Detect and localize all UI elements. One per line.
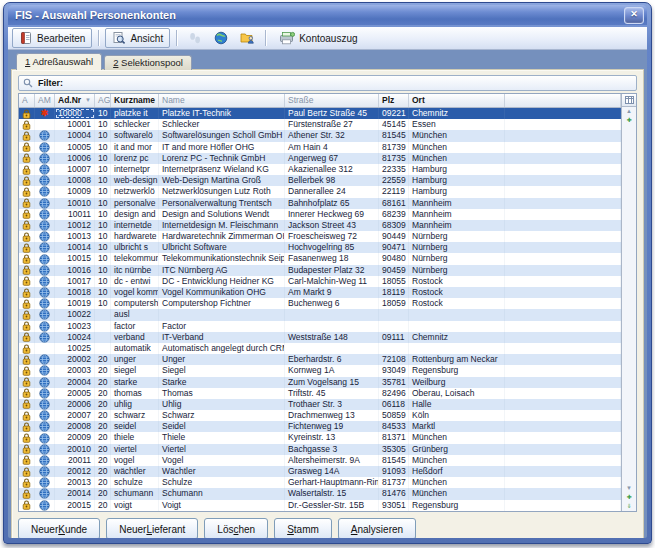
table-row[interactable]: 2000420starkeStarkeZum Vogelsang 1535781… [19,377,621,388]
column-header-filler[interactable] [505,94,621,107]
column-header-name[interactable]: Name [159,94,285,107]
scroll-down-icon[interactable]: ▼ [623,484,635,493]
scroll-plus-icon[interactable]: ✚ [623,493,635,502]
scroll-up-icon[interactable]: ▲ [623,107,635,116]
table-row[interactable]: 1000610lorenz pcLorenz PC - Technik GmbH… [19,153,621,164]
table-row[interactable]: 2001020viertelViertelBachgasse 335305Grü… [19,444,621,455]
cell-kurz: personalve [111,198,159,209]
table-row[interactable]: 2000620uhligUhligTrothaer Str. 306118Hal… [19,399,621,410]
lock-icon [19,242,35,253]
table-row[interactable]: 10022ausl [19,309,621,320]
cell-kurz: schulze [111,477,159,488]
cell-plz [379,309,409,320]
column-header-a[interactable]: A [19,94,35,107]
table-row[interactable]: 1001110design andDesign and Solutions We… [19,209,621,220]
scroll-end-icon[interactable]: ⇓ [623,502,635,511]
table-row[interactable]: 2001120vogelVogelAltersheimerstr. 9A8154… [19,455,621,466]
table-row[interactable]: 1001510telekommunTelekommunikationstechn… [19,253,621,264]
table-row[interactable]: 10023factorFactor [19,321,621,332]
table-row-selected[interactable]: ✱1000010platzke itPlatzke IT-TechnikPaul… [19,108,621,119]
table-row[interactable]: 2000320siegelSiegelKornweg 1A93049Regens… [19,365,621,376]
toolbar-button-bearbeiten[interactable]: Bearbeiten [12,28,92,48]
toolbar-button-ansicht[interactable]: Ansicht [105,28,170,48]
table-row[interactable]: 2000720schwarzSchwarzDrachmenweg 1350859… [19,410,621,421]
cell-str: Walsertalstr. 15 [285,488,379,499]
table-row[interactable]: 1000710internetprInternetpräsenz Wieland… [19,164,621,175]
view-icon [112,31,126,45]
table-row[interactable]: 1000810web-designWeb-Design Martina Groß… [19,175,621,186]
table-row[interactable]: 10025automatikAutomatisch angelegt durch… [19,343,621,354]
cell-str: Weststraße 148 [285,332,379,343]
column-header-ort[interactable]: Ort [409,94,505,107]
cell-name: Schlecker [159,119,285,130]
table-row[interactable]: 2000220ungerUngerEberhardstr. 672108Rott… [19,354,621,365]
cell-adnr: 10025 [55,343,95,354]
globe-icon [35,410,55,421]
table-row[interactable]: 2000920thieleThieleKyreinstr. 1381371Mün… [19,432,621,443]
column-header-adnr[interactable]: Ad.Nr▼ [55,94,95,107]
filler-cell [505,488,621,499]
footprints-icon[interactable] [183,29,207,47]
table-row[interactable]: 2001420schumannSchumannWalsertalstr. 158… [19,488,621,499]
globe-big-icon[interactable] [209,29,233,47]
cell-kurz: hardwarete [111,231,159,242]
cell-ag: 20 [95,410,111,421]
close-button[interactable]: ✕ [624,7,644,24]
table-row[interactable]: 1001310hardwareteHardwaretechnik Zimmerm… [19,231,621,242]
filter-bar[interactable]: Filter: [18,75,637,91]
column-header-plz[interactable]: Plz [379,94,409,107]
tab-page-adressauswahl: Filter: AAMAd.Nr▼AGKurznameNameStraßePlz… [11,69,644,538]
table-row[interactable]: 1001710dc - entwiDC - Entwicklung Heidne… [19,276,621,287]
tab-selektionspool[interactable]: 2 Selektionspool [104,55,192,70]
table-row[interactable]: 2001220wächtlerWächtlerGrasweg 14A91093H… [19,466,621,477]
toolbar-button-kontoauszug[interactable]: Kontoauszug [272,28,364,48]
cell-adnr: 10006 [55,153,95,164]
column-header-kurz[interactable]: Kurzname [111,94,159,107]
cell-ag: 10 [95,287,111,298]
cell-kurz: verband [111,332,159,343]
cell-ort: Regensburg [409,365,505,376]
table-row[interactable]: 1001010personalvePersonalverwaltung Tren… [19,198,621,209]
column-header-label: Name [162,94,185,107]
grid-scrollbar[interactable]: ▲ ✚ ▼ ✚ ⇓ [621,94,636,511]
table-row[interactable]: 1000910netzwerklöNetzwerklösungen Lutz R… [19,186,621,197]
cell-ag: 20 [95,500,111,511]
cell-str: Paul Bertz Straße 45 [285,108,379,119]
table-row[interactable]: 1001810vogel kommVogel Kommunikation OHG… [19,287,621,298]
scroll-insert-icon[interactable]: ✚ [623,116,635,125]
cell-ort: Hamburg [409,175,505,186]
cell-ort: Mannheim [409,209,505,220]
cell-name: Schumann [159,488,285,499]
footer-button-bar: Neuer KundeNeuer LieferantLöschenStammAn… [18,518,637,538]
löschen-button[interactable]: Löschen [204,518,268,538]
neuer-kunde-button[interactable]: Neuer Kunde [18,518,100,538]
folder-user-icon[interactable] [235,29,259,47]
table-row[interactable]: 2001520voigtVoigtDr.-Gessler-Str. 15B930… [19,500,621,511]
table-row[interactable]: 1001910computershComputershop FichtnerBu… [19,298,621,309]
table-row[interactable]: 1000110schleckerSchleckerFürstenstraße 2… [19,119,621,130]
column-header-str[interactable]: Straße [285,94,379,107]
table-row[interactable]: 1000510it and morIT and more Höfler OHGA… [19,142,621,153]
cell-ort [409,321,505,332]
cell-plz: 35305 [379,444,409,455]
tab-adreßauswahl[interactable]: 1 Adreßauswahl [16,53,102,70]
table-row[interactable]: 1000410softwarelöSoftwarelösungen Scholl… [19,130,621,141]
column-header-am[interactable]: AM [35,94,55,107]
table-row[interactable]: 1001610itc nürnbeITC Nürnberg AGBudapest… [19,265,621,276]
cell-name: Siegel [159,365,285,376]
column-chooser-icon[interactable] [622,94,636,107]
analysieren-button[interactable]: Analysieren [338,518,416,538]
neuer-lieferant-button[interactable]: Neuer Lieferant [106,518,198,538]
stamm-button[interactable]: Stamm [274,518,332,538]
lock-icon [19,175,35,186]
table-row[interactable]: 10024verbandIT-VerbandWeststraße 1480911… [19,332,621,343]
cell-name: Hardwaretechnik Zimmerman OHG [159,231,285,242]
table-row[interactable]: 2001320schulzeSchulzeGerhart-Hauptmann-R… [19,477,621,488]
table-row[interactable]: 1001410ulbricht sUlbricht SoftwareHochvo… [19,242,621,253]
cell-ag: 20 [95,477,111,488]
table-row[interactable]: 2000820seidelSeidelFichtenweg 1984533Mar… [19,421,621,432]
table-row[interactable]: 1001210internetdeInternetdesign M. Fleis… [19,220,621,231]
table-row[interactable]: 2000520thomasThomasTriftstr. 4582496Ober… [19,388,621,399]
lock-icon [19,388,35,399]
column-header-ag[interactable]: AG [95,94,111,107]
